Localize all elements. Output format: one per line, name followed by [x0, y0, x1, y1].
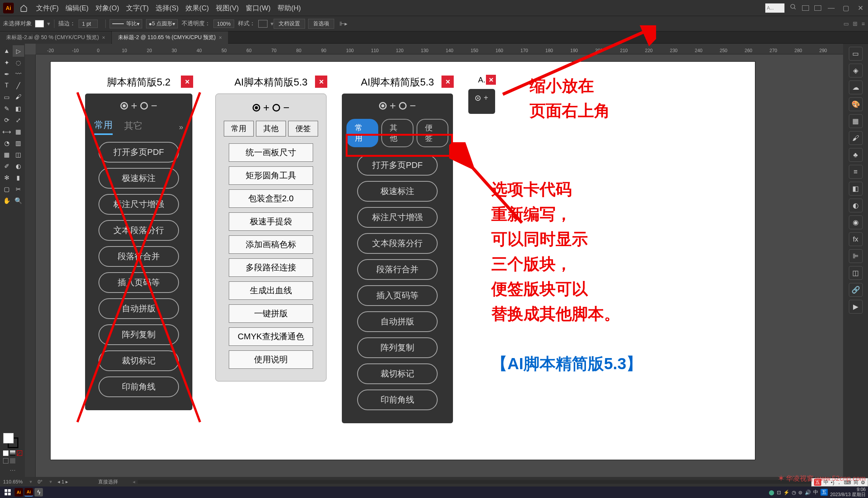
script-button[interactable]: 包装盒型2.0	[229, 189, 313, 208]
none-mode-icon[interactable]	[17, 450, 22, 456]
script-button[interactable]: 标注尺寸增强	[98, 194, 179, 215]
pathfinder-panel-icon[interactable]: ◫	[849, 266, 863, 280]
line-tool[interactable]: ╱	[13, 80, 24, 91]
shape-builder-tool[interactable]: ◔	[1, 137, 13, 149]
gradient-panel-icon[interactable]: ◧	[849, 182, 863, 196]
graph-tool[interactable]: ▮	[13, 172, 24, 183]
rectangle-tool[interactable]: ▭	[1, 91, 13, 103]
screen-mode-full-icon[interactable]	[10, 458, 15, 463]
width-tool[interactable]: ⟷	[1, 126, 13, 137]
eyedropper-tool[interactable]: ✐	[1, 160, 13, 172]
tab-common[interactable]: 常用	[224, 121, 254, 136]
zoom-level[interactable]: 110.65%	[3, 479, 23, 485]
canvas[interactable]: 脚本精简版5.2 ✕ + − 常用 其它 » 打开多页PDF 极速	[36, 54, 843, 477]
style-swatch[interactable]	[258, 20, 267, 28]
radio-unselected[interactable]	[399, 102, 407, 110]
selection-tool[interactable]: ▲	[1, 45, 13, 57]
tray-volume-icon[interactable]: 🔊	[805, 490, 811, 495]
play-panel-icon[interactable]: ▶	[849, 300, 863, 314]
close-icon[interactable]: ×	[102, 35, 105, 41]
layers-panel-icon[interactable]: ◈	[849, 64, 863, 77]
radio-unselected[interactable]	[272, 104, 280, 112]
symbol-sprayer-tool[interactable]: ✻	[1, 172, 13, 183]
menu-type[interactable]: 文字(T)	[126, 3, 149, 13]
brush-dropdown[interactable]: ● 5 点圆形 ▾	[146, 19, 178, 28]
close-icon[interactable]: ×	[219, 35, 222, 41]
script-button[interactable]: 极速标注	[98, 168, 179, 189]
align-panel-icon[interactable]: ⊫	[849, 249, 863, 263]
tab-common[interactable]: 常用	[94, 119, 113, 135]
direct-selection-tool[interactable]: ▷	[13, 45, 24, 57]
stroke-weight-input[interactable]: 1 pt	[79, 20, 98, 28]
script-button[interactable]: 插入页码等	[98, 272, 179, 293]
menu-effect[interactable]: 效果(C)	[185, 3, 209, 13]
appearance-panel-icon[interactable]: ◉	[849, 215, 863, 229]
align-icon[interactable]: ⊩▸	[340, 20, 348, 27]
search-icon[interactable]	[790, 3, 797, 12]
stroke-profile-dropdown[interactable]: 等比 ▾	[110, 19, 142, 28]
artboard-tool[interactable]: ▢	[1, 183, 13, 195]
radio-selected[interactable]	[475, 95, 481, 101]
menu-select[interactable]: 选择(S)	[156, 3, 179, 13]
blend-tool[interactable]: ◐	[13, 160, 24, 172]
script-button[interactable]: 生成出血线	[229, 281, 313, 300]
stroke-panel-icon[interactable]: ≡	[849, 165, 863, 179]
artboard-nav[interactable]: ◂ 1 ▸	[57, 479, 68, 485]
fill-swatch[interactable]	[3, 433, 14, 444]
eraser-tool[interactable]: ◧	[13, 103, 24, 114]
opacity-input[interactable]: 100%	[213, 20, 234, 28]
script-button[interactable]: 阵列复制	[357, 337, 438, 358]
script-button[interactable]: 统一画板尺寸	[229, 143, 313, 162]
brushes-panel-icon[interactable]: 🖌	[849, 131, 863, 145]
fill-swatch[interactable]	[35, 20, 44, 28]
tab-notes[interactable]: 便签	[417, 119, 448, 147]
script-button[interactable]: 段落行合并	[357, 259, 438, 280]
tray-ime-engine[interactable]: 五	[820, 489, 828, 496]
script-button[interactable]: 标注尺寸增强	[357, 207, 438, 228]
pen-tool[interactable]: ✒	[1, 68, 13, 80]
start-button[interactable]	[2, 488, 13, 497]
minimize-icon[interactable]: —	[827, 4, 836, 12]
zoom-tool[interactable]: 🔍	[13, 195, 24, 206]
scroll-left-icon[interactable]: ◂	[133, 479, 135, 485]
close-button[interactable]: ✕	[181, 76, 193, 88]
script-button[interactable]: 文本段落分行	[98, 220, 179, 241]
preferences-button[interactable]: 首选项	[308, 19, 334, 29]
type-tool[interactable]: T	[1, 80, 13, 91]
script-button[interactable]: 文本段落分行	[357, 233, 438, 254]
arrange-icon[interactable]	[802, 5, 809, 11]
script-button[interactable]: 段落行合并	[98, 246, 179, 267]
tab-notes[interactable]: 便签	[288, 121, 318, 136]
doc-tab-1[interactable]: 未标题-2.ai @ 50 % (CMYK/CPU 预览)×	[0, 31, 111, 44]
scrollbar-horizontal[interactable]	[138, 480, 860, 484]
script-button[interactable]: 极速手提袋	[229, 212, 313, 231]
rotation[interactable]: 0°	[38, 479, 42, 485]
close-icon[interactable]: ✕	[856, 4, 865, 12]
menu-help[interactable]: 帮助(H)	[277, 3, 301, 13]
fill-stroke-swap[interactable]	[3, 433, 18, 448]
slice-tool[interactable]: ✂	[13, 183, 24, 195]
radio-selected[interactable]	[120, 102, 128, 110]
tab-other[interactable]: 其他	[256, 121, 286, 136]
tray-icon[interactable]: ⚡	[783, 490, 789, 495]
tray-icon[interactable]: ⊡	[777, 490, 781, 495]
home-icon[interactable]	[18, 3, 29, 13]
graphic-styles-panel-icon[interactable]: fx	[849, 232, 863, 246]
panel-menu-icon[interactable]: ≡	[861, 20, 865, 27]
script-button[interactable]: 自动拼版	[98, 298, 179, 319]
doc-tab-2[interactable]: 未标题-2 @ 110.65 % (CMYK/CPU 预览)×	[112, 31, 228, 44]
workspace-icon[interactable]	[814, 5, 821, 11]
radio-selected[interactable]	[253, 104, 260, 112]
edit-toolbar-icon[interactable]: ⋯	[3, 467, 22, 474]
close-button[interactable]: ✕	[315, 76, 327, 88]
script-button[interactable]: 矩形圆角工具	[229, 166, 313, 185]
color-mode-icon[interactable]	[3, 450, 8, 456]
ruler-vertical[interactable]	[25, 54, 36, 477]
mesh-tool[interactable]: ▦	[1, 149, 13, 160]
rotate-tool[interactable]: ⟳	[1, 114, 13, 126]
script-button[interactable]: 打开多页PDF	[98, 142, 179, 163]
script-button[interactable]: 插入页码等	[357, 285, 438, 306]
color-panel-icon[interactable]: 🎨	[849, 97, 863, 111]
script-button[interactable]: 添加画稿色标	[229, 235, 313, 254]
search-field[interactable]	[765, 3, 784, 13]
